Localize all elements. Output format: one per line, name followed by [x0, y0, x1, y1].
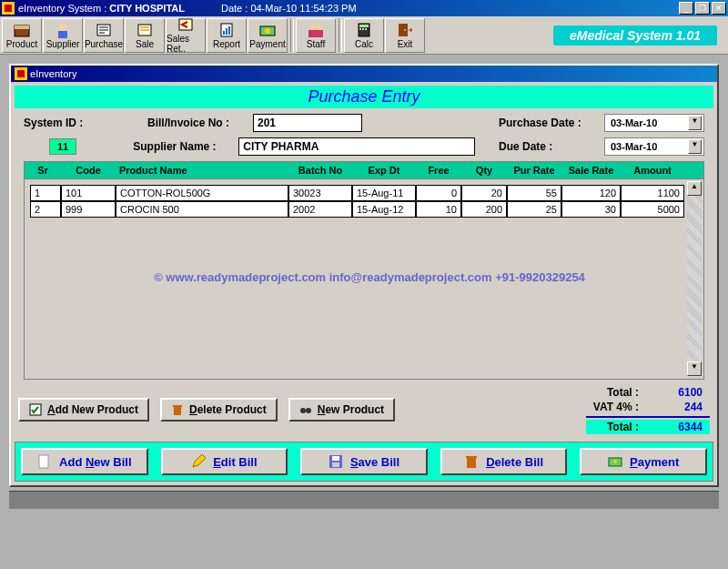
svg-rect-35 [332, 462, 339, 467]
supplier-input[interactable] [238, 137, 475, 156]
toolbar-staff[interactable]: Staff [296, 18, 336, 53]
dropdown-icon[interactable]: ▼ [688, 139, 702, 154]
payment-button[interactable]: Payment [580, 448, 707, 475]
pencil-icon [191, 454, 206, 469]
totals-panel: Total :6100 VAT 4% :244 Total :6344 [586, 385, 710, 434]
cell-batch[interactable]: 30023 [288, 185, 352, 201]
cell-amt[interactable]: 5000 [621, 201, 684, 218]
svg-point-14 [265, 28, 270, 34]
grand-total-value: 6344 [648, 421, 703, 433]
dropdown-icon[interactable]: ▼ [688, 116, 702, 130]
cell-sale[interactable]: 120 [561, 185, 621, 201]
purchdate-picker[interactable]: 03-Mar-10 ▼ [604, 114, 704, 132]
cell-free[interactable]: 10 [416, 201, 461, 218]
cell-pur[interactable]: 25 [507, 201, 561, 218]
svg-point-24 [404, 29, 406, 31]
sale-icon [136, 22, 154, 38]
col-free: Free [416, 165, 461, 176]
purchase-icon [95, 22, 113, 38]
cell-sr[interactable]: 2 [30, 201, 61, 218]
mdi-client: eInventory Purchase Entry System ID : Bi… [0, 55, 728, 569]
cell-name[interactable]: CROCIN 500 [116, 201, 288, 218]
scroll-track[interactable] [687, 196, 702, 361]
toolbar-report[interactable]: Report [207, 18, 247, 53]
binoculars-icon [299, 403, 312, 416]
report-icon [217, 22, 236, 38]
child-titlebar: eInventory [11, 66, 717, 82]
duedate-value: 03-Mar-10 [607, 141, 688, 152]
cell-batch[interactable]: 2002 [288, 201, 352, 218]
toolbar-separator [290, 19, 294, 52]
delete-product-button[interactable]: Delete Product [160, 398, 278, 422]
add-product-button[interactable]: Add New Product [18, 398, 149, 422]
svg-rect-1 [5, 5, 12, 12]
cell-qty[interactable]: 20 [461, 185, 507, 201]
new-product-button[interactable]: New Product [288, 398, 395, 422]
titlebar-appname: eInventory System : CITY HOSPITAL [18, 3, 185, 14]
toolbar-separator [339, 19, 342, 52]
cell-sale[interactable]: 30 [561, 201, 621, 218]
toolbar-payment[interactable]: Payment [248, 18, 288, 53]
calc-icon [355, 22, 373, 38]
delete-bill-button[interactable]: Delete Bill [440, 448, 568, 475]
col-name: Product Name [116, 165, 288, 176]
page-title: Purchase Entry [16, 87, 712, 107]
vertical-scrollbar[interactable]: ▲ ▼ [687, 181, 702, 376]
svg-point-30 [300, 408, 306, 413]
cell-name[interactable]: COTTON-ROL500G [116, 185, 288, 201]
billno-input[interactable] [253, 114, 362, 132]
col-sr: Sr [25, 165, 61, 176]
col-code: Code [61, 165, 116, 176]
cell-sr[interactable]: 1 [30, 185, 61, 201]
svg-rect-5 [58, 31, 67, 38]
save-bill-button[interactable]: Save Bill [300, 448, 428, 475]
duedate-picker[interactable]: 03-Mar-10 ▼ [604, 137, 704, 156]
svg-rect-36 [467, 458, 476, 468]
cell-pur[interactable]: 55 [507, 185, 561, 201]
table-row[interactable]: 1101COTTON-ROL500G3002315-Aug-1102055120… [30, 185, 698, 201]
grid-body: 1101COTTON-ROL500G3002315-Aug-1102055120… [24, 179, 704, 380]
cell-exp[interactable]: 15-Aug-12 [352, 201, 416, 218]
toolbar-calc[interactable]: Calc [344, 18, 384, 53]
cell-code[interactable]: 101 [61, 185, 116, 201]
cell-qty[interactable]: 200 [461, 201, 507, 218]
scroll-up-icon[interactable]: ▲ [687, 181, 702, 196]
status-bar [9, 491, 719, 509]
product-icon [13, 22, 31, 38]
add-bill-button[interactable]: Add New Bill [21, 448, 148, 475]
minimize-button[interactable]: _ [679, 2, 693, 15]
titlebar-datetime: Date : 04-Mar-10 11:54:23 PM [221, 3, 357, 14]
toolbar-salesret[interactable]: Sales Ret.. [166, 18, 206, 53]
svg-point-16 [316, 25, 321, 30]
check-plus-icon [29, 403, 42, 416]
billno-label: Bill/Invoice No : [147, 117, 248, 129]
svg-rect-3 [15, 25, 29, 29]
close-button[interactable]: ✕ [712, 2, 726, 15]
exit-icon [396, 22, 414, 38]
purchdate-label: Purchase Date : [499, 117, 599, 129]
toolbar-exit[interactable]: Exit [385, 18, 425, 53]
table-row[interactable]: 2999CROCIN 500200215-Aug-121020025305000 [30, 201, 698, 218]
col-amt: Amount [621, 165, 684, 176]
toolbar-purchase[interactable]: Purchase [84, 18, 124, 53]
watermark-text: © www.readymadeproject.com info@readymad… [30, 270, 709, 284]
vat-value: 244 [648, 401, 703, 413]
svg-rect-20 [359, 28, 361, 30]
systemid-value: 11 [49, 138, 76, 155]
scroll-down-icon[interactable]: ▼ [687, 361, 702, 376]
cell-amt[interactable]: 1100 [621, 185, 684, 201]
brand-area: eMedical System 1.01 [553, 25, 717, 46]
edit-bill-button[interactable]: Edit Bill [161, 448, 288, 475]
vat-label: VAT 4% : [593, 401, 639, 413]
col-batch: Batch No [288, 165, 352, 176]
toolbar-product[interactable]: Product [2, 18, 42, 53]
cell-free[interactable]: 0 [416, 185, 461, 201]
toolbar-sale[interactable]: Sale [125, 18, 165, 53]
cell-code[interactable]: 999 [61, 201, 116, 218]
cell-exp[interactable]: 15-Aug-11 [352, 185, 416, 201]
toolbar-supplier[interactable]: Supplier [43, 18, 83, 53]
salesret-icon [177, 16, 195, 33]
child-title: eInventory [30, 68, 76, 79]
trash-icon [171, 403, 184, 416]
maximize-button[interactable]: ❐ [695, 2, 710, 15]
